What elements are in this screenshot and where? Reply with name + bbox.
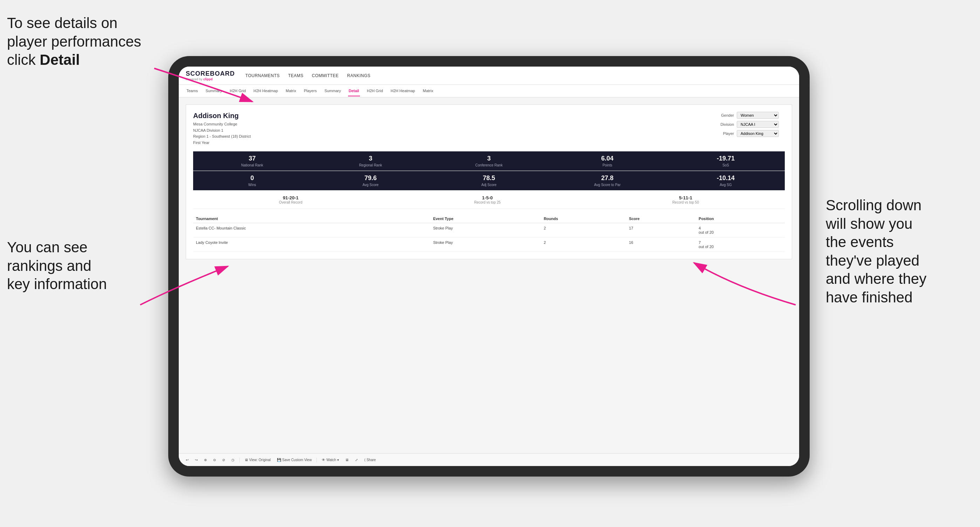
toolbar-screen[interactable]: 🖥: [344, 457, 350, 462]
col-score: Score: [626, 214, 696, 223]
avg-score-par-value: 27.8: [551, 175, 663, 182]
tab-h2h-grid2[interactable]: H2H Grid: [366, 86, 384, 96]
stat-wins: 0 Wins: [193, 171, 311, 190]
records-row: 91-20-1 Overall Record 1-5-0 Record vs t…: [193, 195, 785, 209]
national-rank-value: 37: [196, 155, 309, 163]
overall-record-value: 91-20-1: [279, 195, 302, 200]
toolbar-undo[interactable]: ↩: [185, 457, 190, 462]
wins-value: 0: [196, 175, 309, 182]
tab-h2h-heatmap2[interactable]: H2H Heatmap: [390, 86, 416, 96]
player-region: Region 1 - Southwest (18) District: [193, 133, 251, 140]
player-info: Addison King Mesa Community College NJCA…: [193, 112, 251, 146]
tab-detail[interactable]: Detail: [348, 86, 360, 96]
toolbar-save-custom[interactable]: 💾 Save Custom View: [275, 457, 313, 462]
stat-avg-sg: -10.14 Avg SG: [667, 171, 785, 190]
tablet-frame: SCOREBOARD Powered by clippd TOURNAMENTS…: [168, 56, 810, 476]
nav-rankings[interactable]: RANKINGS: [347, 72, 371, 79]
adj-score-value: 78.5: [433, 175, 546, 182]
cell-score-0: 17: [626, 223, 696, 237]
tab-teams[interactable]: Teams: [186, 86, 198, 96]
table-header-row: Tournament Event Type Rounds Score Posit…: [193, 214, 785, 223]
annotation-right: Scrolling down will show you the events …: [826, 196, 973, 306]
toolbar-zoom-out[interactable]: ⊖: [212, 457, 217, 462]
col-position: Position: [696, 214, 785, 223]
cell-position-0: 4 out of 20: [696, 223, 785, 237]
division-label: Division: [715, 122, 734, 127]
toolbar-fit[interactable]: ⊘: [221, 457, 226, 462]
division-filter-row: Division NJCAA I: [715, 121, 785, 128]
annotation-bottom-left: You can see rankings and key information: [7, 238, 140, 294]
tab-players[interactable]: Players: [303, 86, 318, 96]
logo-scoreboard: SCOREBOARD: [186, 70, 235, 78]
points-value: 6.04: [551, 155, 663, 163]
tab-summary[interactable]: Summary: [205, 86, 223, 96]
conference-rank-label: Conference Rank: [433, 163, 546, 167]
adj-score-label: Adj Score: [433, 183, 546, 187]
annotation-top-left: To see details on player performances cl…: [7, 14, 154, 69]
tournament-table: Tournament Event Type Rounds Score Posit…: [193, 214, 785, 252]
app-container: SCOREBOARD Powered by clippd TOURNAMENTS…: [179, 67, 799, 466]
cell-event-type-0: Stroke Play: [430, 223, 541, 237]
toolbar-separator: [239, 458, 240, 462]
main-content: Addison King Mesa Community College NJCA…: [179, 97, 799, 453]
nav-tournaments[interactable]: TOURNAMENTS: [245, 72, 280, 79]
player-header: Addison King Mesa Community College NJCA…: [193, 112, 785, 146]
stat-points: 6.04 Points: [548, 151, 666, 171]
tab-h2h-heatmap[interactable]: H2H Heatmap: [253, 86, 278, 96]
gender-select[interactable]: Women: [737, 112, 779, 119]
col-tournament: Tournament: [193, 214, 430, 223]
tab-matrix[interactable]: Matrix: [285, 86, 297, 96]
regional-rank-value: 3: [314, 155, 427, 163]
toolbar-clock[interactable]: ◷: [230, 457, 236, 462]
tab-h2h-grid[interactable]: H2H Grid: [229, 86, 247, 96]
table-row: Lady Coyote Invite Stroke Play 2 16 7 ou…: [193, 237, 785, 252]
toolbar-expand[interactable]: ⤢: [354, 457, 359, 462]
regional-rank-label: Regional Rank: [314, 163, 427, 167]
top50-record-label: Record vs top 50: [672, 200, 699, 204]
nav-committee[interactable]: COMMITTEE: [312, 72, 339, 79]
stat-sos: -19.71 SoS: [667, 151, 785, 171]
nav-teams[interactable]: TEAMS: [288, 72, 304, 79]
toolbar-redo[interactable]: ↪: [194, 457, 199, 462]
tablet-screen: SCOREBOARD Powered by clippd TOURNAMENTS…: [179, 67, 799, 466]
cell-rounds-1: 2: [541, 237, 626, 252]
top25-record-label: Record vs top 25: [474, 200, 501, 204]
tab-matrix2[interactable]: Matrix: [422, 86, 434, 96]
cell-score-1: 16: [626, 237, 696, 252]
cell-position-1: 7 out of 20: [696, 237, 785, 252]
gender-filter-row: Gender Women: [715, 112, 785, 119]
toolbar-separator2: [317, 458, 317, 462]
table-row: Estella CC- Mountain Classic Stroke Play…: [193, 223, 785, 237]
tab-summary2[interactable]: Summary: [324, 86, 342, 96]
stat-avg-score-par: 27.8 Avg Score to Par: [548, 171, 666, 190]
record-overall: 91-20-1 Overall Record: [279, 195, 302, 204]
player-year: First Year: [193, 140, 251, 146]
stats-grid-row2: 0 Wins 79.6 Avg Score 78.5 Adj Score 2: [193, 171, 785, 190]
player-school: Mesa Community College: [193, 121, 251, 127]
player-filter-label: Player: [715, 132, 734, 136]
avg-score-value: 79.6: [314, 175, 427, 182]
toolbar-zoom-in[interactable]: ⊕: [203, 457, 208, 462]
player-name: Addison King: [193, 112, 251, 120]
division-select[interactable]: NJCAA I: [737, 121, 779, 128]
cell-tournament-1: Lady Coyote Invite: [193, 237, 430, 252]
gender-label: Gender: [715, 113, 734, 117]
stat-adj-score: 78.5 Adj Score: [430, 171, 548, 190]
toolbar-share[interactable]: ⟨ Share: [363, 457, 377, 462]
conference-rank-value: 3: [433, 155, 546, 163]
nav-items: TOURNAMENTS TEAMS COMMITTEE RANKINGS: [245, 72, 371, 79]
player-select[interactable]: Addison King: [737, 130, 779, 137]
avg-score-par-label: Avg Score to Par: [551, 183, 663, 187]
cell-rounds-0: 2: [541, 223, 626, 237]
wins-label: Wins: [196, 183, 309, 187]
top-nav: SCOREBOARD Powered by clippd TOURNAMENTS…: [179, 67, 799, 85]
bottom-toolbar: ↩ ↪ ⊕ ⊖ ⊘ ◷ 🖥 View: Original 💾 Save Cust…: [179, 453, 799, 466]
col-event-type: Event Type: [430, 214, 541, 223]
avg-sg-label: Avg SG: [670, 183, 782, 187]
toolbar-watch[interactable]: 👁 Watch ▾: [320, 457, 340, 462]
player-filter-row: Player Addison King: [715, 130, 785, 137]
toolbar-view-original[interactable]: 🖥 View: Original: [243, 457, 272, 462]
player-filters: Gender Women Division NJCAA I: [715, 112, 785, 137]
stat-conference-rank: 3 Conference Rank: [430, 151, 548, 171]
player-panel: Addison King Mesa Community College NJCA…: [186, 105, 792, 259]
